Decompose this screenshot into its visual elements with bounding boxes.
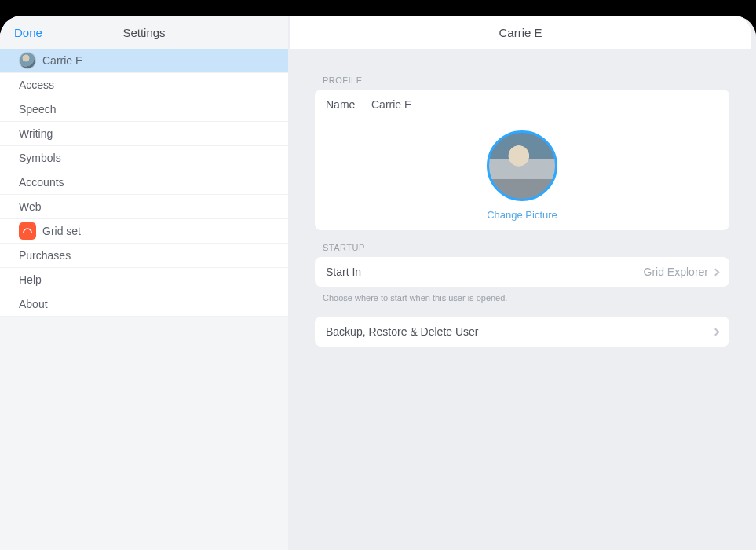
chevron-right-icon — [712, 328, 720, 336]
sidebar-item-label: Accounts — [19, 176, 64, 189]
sidebar-item-label: Access — [19, 79, 54, 91]
section-label-startup: STARTUP — [315, 230, 729, 257]
chevron-right-icon — [712, 268, 720, 276]
sidebar-item-web[interactable]: Web — [0, 195, 288, 219]
sidebar-item-label: Speech — [19, 103, 56, 116]
profile-card: Name Carrie E Change Picture — [315, 90, 729, 230]
sidebar-item-accounts[interactable]: Accounts — [0, 170, 288, 195]
sidebar-item-label: Writing — [19, 127, 53, 140]
sidebar-item-purchases[interactable]: Purchases — [0, 244, 288, 268]
sidebar-item-symbols[interactable]: Symbols — [0, 146, 288, 170]
avatar-block: Change Picture — [315, 119, 729, 230]
sidebar-item-writing[interactable]: Writing — [0, 122, 288, 146]
sidebar-item-label: Carrie E — [42, 54, 82, 67]
layout-container: Done Settings Carrie E Access Speech Wri… — [0, 16, 756, 550]
sidebar-item-help[interactable]: Help — [0, 268, 288, 292]
sidebar-title: Settings — [0, 26, 288, 39]
sidebar-item-label: Grid set — [42, 225, 81, 237]
start-in-label: Start In — [326, 266, 361, 278]
start-in-row[interactable]: Start In Grid Explorer — [315, 257, 729, 287]
done-button[interactable]: Done — [0, 26, 42, 39]
name-label: Name — [326, 98, 371, 111]
backup-row[interactable]: Backup, Restore & Delete User — [315, 317, 729, 346]
name-value: Carrie E — [371, 98, 411, 111]
main-panel: Carrie E PROFILE Name Carrie E Change Pi… — [288, 16, 756, 550]
sidebar-item-label: Help — [19, 273, 42, 286]
sidebar-list: Carrie E Access Speech Writing Symbols A… — [0, 49, 288, 317]
sidebar: Done Settings Carrie E Access Speech Wri… — [0, 16, 288, 550]
backup-card: Backup, Restore & Delete User — [315, 317, 729, 346]
sidebar-item-speech[interactable]: Speech — [0, 97, 288, 122]
page-title: Carrie E — [499, 26, 542, 39]
backup-chevron-wrap — [713, 329, 718, 335]
content: PROFILE Name Carrie E Change Picture STA… — [288, 49, 756, 346]
sidebar-item-access[interactable]: Access — [0, 73, 288, 97]
start-in-value-wrap: Grid Explorer — [644, 266, 718, 278]
sidebar-item-label: Web — [19, 200, 42, 213]
app-window: Done Settings Carrie E Access Speech Wri… — [0, 16, 756, 550]
change-picture-link[interactable]: Change Picture — [487, 209, 557, 221]
sidebar-item-user[interactable]: Carrie E — [0, 49, 288, 73]
name-row[interactable]: Name Carrie E — [315, 90, 729, 119]
avatar — [487, 130, 557, 201]
section-label-profile: PROFILE — [315, 63, 729, 90]
start-in-value: Grid Explorer — [644, 266, 708, 278]
startup-card: Start In Grid Explorer — [315, 257, 729, 287]
backup-label: Backup, Restore & Delete User — [326, 325, 479, 338]
startup-hint: Choose where to start when this user is … — [315, 287, 729, 302]
sidebar-item-label: Purchases — [19, 249, 71, 262]
grid-set-icon — [19, 222, 36, 240]
sidebar-item-label: Symbols — [19, 152, 61, 164]
sidebar-header: Done Settings — [0, 16, 288, 49]
avatar-icon — [19, 52, 36, 69]
sidebar-item-about[interactable]: About — [0, 292, 288, 317]
main-header: Carrie E — [290, 16, 751, 49]
sidebar-item-label: About — [19, 298, 48, 310]
sidebar-item-grid-set[interactable]: Grid set — [0, 219, 288, 244]
